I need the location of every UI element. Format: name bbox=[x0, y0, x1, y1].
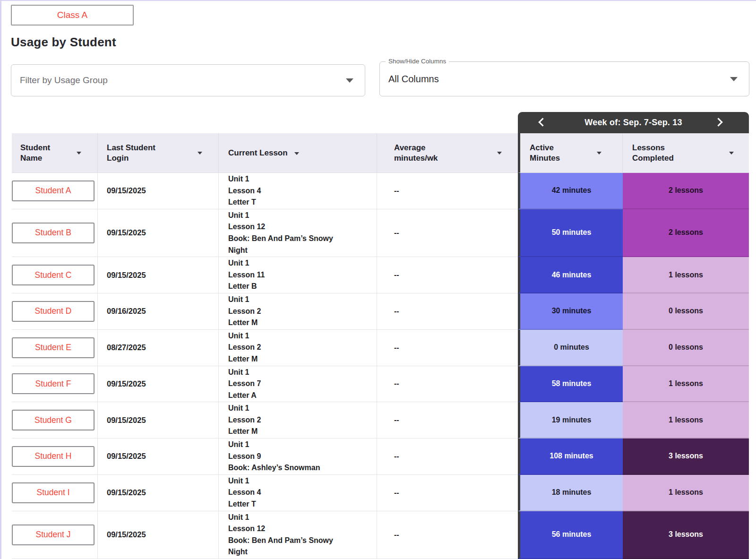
column-header-label: Current Lesson bbox=[228, 148, 288, 158]
active-minutes-cell: 56 minutes bbox=[518, 511, 623, 559]
average-minutes-cell: -- bbox=[377, 439, 518, 475]
current-lesson-cell: Unit 1Lesson 4Letter T bbox=[219, 173, 377, 209]
student-name-button[interactable]: Student H bbox=[12, 446, 94, 467]
column-header-active-minutes[interactable]: Active Minutes bbox=[518, 133, 623, 173]
average-minutes-cell: -- bbox=[377, 330, 518, 366]
sort-triangle-icon[interactable] bbox=[497, 152, 502, 155]
active-minutes-cell: 58 minutes bbox=[518, 366, 623, 403]
last-login-cell: 09/15/2025 bbox=[98, 173, 219, 209]
lessons-completed-cell: 1 lessons bbox=[623, 366, 749, 403]
student-name-button[interactable]: Student D bbox=[12, 301, 94, 322]
student-name-button[interactable]: Student I bbox=[12, 482, 94, 503]
current-lesson-lines: Unit 1Lesson 11Letter B bbox=[228, 258, 265, 292]
lessons-completed-cell: 3 lessons bbox=[623, 439, 749, 475]
student-name-cell: Student A bbox=[12, 173, 98, 209]
column-header-label: Average minutes/wk bbox=[394, 143, 451, 163]
table-controls: Filter by Usage Group Show/Hide Columns … bbox=[11, 64, 756, 96]
average-minutes-cell: -- bbox=[377, 402, 518, 439]
previous-week-button chevron-left-icon[interactable] bbox=[538, 118, 547, 126]
last-login-cell: 09/15/2025 bbox=[98, 511, 219, 559]
average-minutes-cell: -- bbox=[377, 257, 518, 293]
last-login-cell: 09/16/2025 bbox=[98, 293, 219, 330]
active-minutes-cell: 18 minutes bbox=[518, 475, 623, 511]
week-navigator: Week of: Sep. 7-Sep. 13 bbox=[518, 112, 749, 133]
lessons-completed-cell: 1 lessons bbox=[623, 257, 749, 293]
active-minutes-cell: 42 minutes bbox=[518, 173, 623, 209]
active-minutes-cell: 30 minutes bbox=[518, 293, 623, 330]
current-lesson-lines: Unit 1Lesson 4Letter T bbox=[228, 475, 261, 510]
sort-triangle-icon[interactable] bbox=[198, 152, 202, 155]
current-lesson-cell: Unit 1Lesson 12Book: Ben And Pam’s Snowy… bbox=[219, 511, 377, 559]
student-name-button[interactable]: Student C bbox=[12, 265, 94, 285]
lessons-completed-cell: 0 lessons bbox=[623, 330, 749, 366]
last-login-cell: 09/15/2025 bbox=[98, 209, 219, 257]
column-header-last-login[interactable]: Last Student Login bbox=[98, 133, 219, 173]
usage-group-filter-select[interactable]: Filter by Usage Group bbox=[11, 64, 365, 96]
lessons-completed-cell: 1 lessons bbox=[623, 402, 749, 439]
column-header-label: Lessons Completed bbox=[632, 143, 689, 163]
column-header-lessons-completed[interactable]: Lessons Completed bbox=[623, 133, 749, 173]
current-lesson-cell: Unit 1Lesson 7Letter A bbox=[219, 366, 377, 403]
student-name-button[interactable]: Student E bbox=[12, 337, 94, 358]
sort-triangle-icon[interactable] bbox=[77, 152, 81, 155]
sort-triangle-icon[interactable] bbox=[729, 152, 734, 155]
sort-triangle-icon[interactable] bbox=[597, 152, 601, 155]
last-login-cell: 08/27/2025 bbox=[98, 330, 219, 366]
last-login-cell: 09/15/2025 bbox=[98, 439, 219, 475]
student-name-cell: Student F bbox=[12, 366, 98, 403]
active-minutes-cell: 46 minutes bbox=[518, 257, 623, 293]
lessons-completed-cell: 1 lessons bbox=[623, 475, 749, 511]
average-minutes-cell: -- bbox=[377, 511, 518, 559]
current-lesson-lines: Unit 1Lesson 2Letter M bbox=[228, 330, 261, 365]
student-name-cell: Student I bbox=[12, 475, 98, 511]
student-name-cell: Student C bbox=[12, 257, 98, 293]
student-name-button[interactable]: Student G bbox=[12, 410, 94, 430]
current-lesson-lines: Unit 1Lesson 9Book: Ashley’s Snowman bbox=[228, 439, 320, 474]
class-tab-button[interactable]: Class A bbox=[11, 5, 134, 26]
last-login-cell: 09/15/2025 bbox=[98, 402, 219, 439]
active-minutes-cell: 108 minutes bbox=[518, 439, 623, 475]
column-header-student-name[interactable]: Student Name bbox=[12, 133, 98, 173]
student-name-cell: Student J bbox=[12, 511, 98, 559]
student-name-button[interactable]: Student B bbox=[12, 223, 94, 243]
student-name-cell: Student H bbox=[12, 439, 98, 475]
active-minutes-cell: 50 minutes bbox=[518, 209, 623, 257]
average-minutes-cell: -- bbox=[377, 475, 518, 511]
chevron-down-icon bbox=[730, 77, 738, 81]
average-minutes-cell: -- bbox=[377, 366, 518, 403]
usage-group-filter-placeholder: Filter by Usage Group bbox=[20, 75, 108, 86]
student-name-cell: Student D bbox=[12, 293, 98, 330]
show-hide-columns-value: All Columns bbox=[388, 74, 439, 85]
average-minutes-cell: -- bbox=[377, 293, 518, 330]
student-name-button[interactable]: Student J bbox=[12, 525, 94, 545]
column-header-average-minutes[interactable]: Average minutes/wk bbox=[377, 133, 518, 173]
student-name-cell: Student B bbox=[12, 209, 98, 257]
average-minutes-cell: -- bbox=[377, 173, 518, 209]
current-lesson-cell: Unit 1Lesson 2Letter M bbox=[219, 330, 377, 366]
column-header-label: Active Minutes bbox=[530, 143, 572, 163]
current-lesson-lines: Unit 1Lesson 12Book: Ben And Pam’s Snowy… bbox=[228, 512, 347, 558]
next-week-button chevron-right-icon[interactable] bbox=[714, 118, 722, 126]
column-header-current-lesson[interactable]: Current Lesson bbox=[219, 133, 377, 173]
column-header-label: Last Student Login bbox=[107, 143, 165, 163]
last-login-cell: 09/15/2025 bbox=[98, 366, 219, 403]
sort-triangle-icon[interactable] bbox=[294, 152, 299, 155]
lessons-completed-cell: 0 lessons bbox=[623, 293, 749, 330]
current-lesson-cell: Unit 1Lesson 12Book: Ben And Pam’s Snowy… bbox=[219, 209, 377, 257]
lessons-completed-cell: 2 lessons bbox=[623, 209, 749, 257]
student-name-button[interactable]: Student F bbox=[12, 373, 94, 394]
week-range-label: Week of: Sep. 7-Sep. 13 bbox=[584, 118, 682, 128]
show-hide-columns-select[interactable]: Show/Hide Columns All Columns bbox=[379, 61, 749, 96]
student-name-button[interactable]: Student A bbox=[12, 181, 94, 201]
current-lesson-lines: Unit 1Lesson 12Book: Ben And Pam’s Snowy… bbox=[228, 210, 347, 256]
chevron-down-icon bbox=[346, 78, 353, 83]
current-lesson-cell: Unit 1Lesson 2Letter M bbox=[219, 293, 377, 330]
current-lesson-cell: Unit 1Lesson 2Letter M bbox=[219, 402, 377, 439]
current-lesson-lines: Unit 1Lesson 4Letter T bbox=[228, 173, 261, 208]
current-lesson-cell: Unit 1Lesson 4Letter T bbox=[219, 475, 377, 511]
current-lesson-cell: Unit 1Lesson 9Book: Ashley’s Snowman bbox=[219, 439, 377, 475]
student-name-cell: Student E bbox=[12, 330, 98, 366]
current-lesson-cell: Unit 1Lesson 11Letter B bbox=[219, 257, 377, 293]
current-lesson-lines: Unit 1Lesson 2Letter M bbox=[228, 294, 261, 329]
lessons-completed-cell: 3 lessons bbox=[623, 511, 749, 559]
